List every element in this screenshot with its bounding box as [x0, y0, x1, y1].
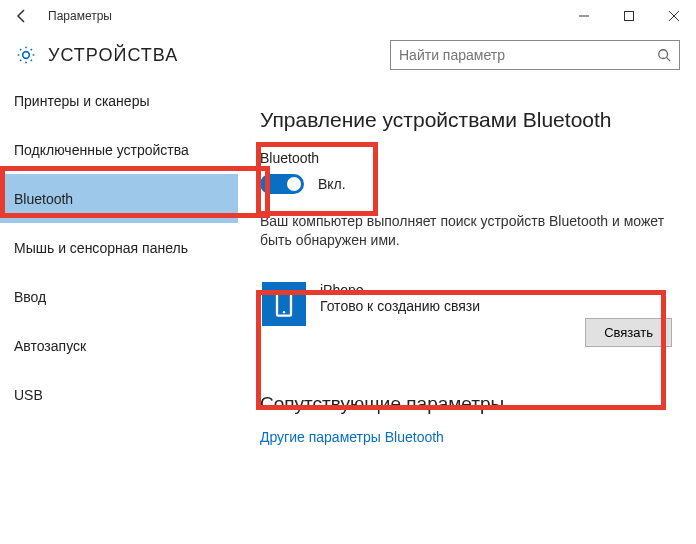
svg-point-7: [283, 311, 285, 313]
search-box[interactable]: [390, 40, 680, 70]
svg-rect-1: [624, 12, 633, 21]
svg-line-5: [667, 58, 671, 62]
maximize-button[interactable]: [606, 0, 651, 32]
sidebar-item-printers[interactable]: Принтеры и сканеры: [0, 76, 238, 125]
device-texts: iPhone Готово к созданию связи: [320, 282, 585, 314]
related-heading: Сопутствующие параметры: [260, 393, 674, 415]
svg-point-4: [659, 50, 668, 59]
window-controls: [561, 0, 696, 32]
device-icon-wrap: [262, 282, 306, 326]
window-title: Параметры: [44, 9, 561, 23]
maximize-icon: [624, 11, 634, 21]
related-link-bluetooth[interactable]: Другие параметры Bluetooth: [260, 429, 674, 445]
search-button[interactable]: [649, 48, 679, 62]
search-icon: [657, 48, 671, 62]
device-name: iPhone: [320, 282, 585, 298]
minimize-button[interactable]: [561, 0, 606, 32]
main-panel: Управление устройствами Bluetooth Blueto…: [238, 76, 696, 544]
gear-icon: [16, 45, 36, 65]
bluetooth-toggle[interactable]: [260, 174, 304, 194]
device-status: Готово к созданию связи: [320, 298, 585, 314]
section-title: УСТРОЙСТВА: [48, 45, 178, 66]
minimize-icon: [579, 11, 589, 21]
titlebar: Параметры: [0, 0, 696, 32]
sidebar: Принтеры и сканеры Подключенные устройст…: [0, 76, 238, 544]
bluetooth-description: Ваш компьютер выполняет поиск устройств …: [260, 212, 674, 250]
back-button[interactable]: [0, 0, 44, 32]
close-icon: [669, 11, 679, 21]
phone-icon: [270, 290, 298, 318]
arrow-left-icon: [14, 8, 30, 24]
bluetooth-toggle-row: Вкл.: [260, 174, 674, 194]
sidebar-item-autoplay[interactable]: Автозапуск: [0, 321, 238, 370]
sidebar-item-bluetooth[interactable]: Bluetooth: [0, 174, 238, 223]
close-button[interactable]: [651, 0, 696, 32]
header: УСТРОЙСТВА: [0, 32, 696, 80]
toggle-state-label: Вкл.: [318, 176, 346, 192]
sidebar-item-mouse-touchpad[interactable]: Мышь и сенсорная панель: [0, 223, 238, 272]
pair-button[interactable]: Связать: [585, 318, 672, 347]
toggle-knob: [287, 177, 301, 191]
sidebar-item-typing[interactable]: Ввод: [0, 272, 238, 321]
device-row[interactable]: iPhone Готово к созданию связи Связать: [260, 276, 674, 353]
page-heading: Управление устройствами Bluetooth: [260, 108, 674, 132]
bluetooth-label: Bluetooth: [260, 150, 674, 166]
search-input[interactable]: [391, 43, 649, 67]
settings-gear: [16, 45, 36, 65]
sidebar-item-usb[interactable]: USB: [0, 370, 238, 419]
sidebar-item-connected-devices[interactable]: Подключенные устройства: [0, 125, 238, 174]
